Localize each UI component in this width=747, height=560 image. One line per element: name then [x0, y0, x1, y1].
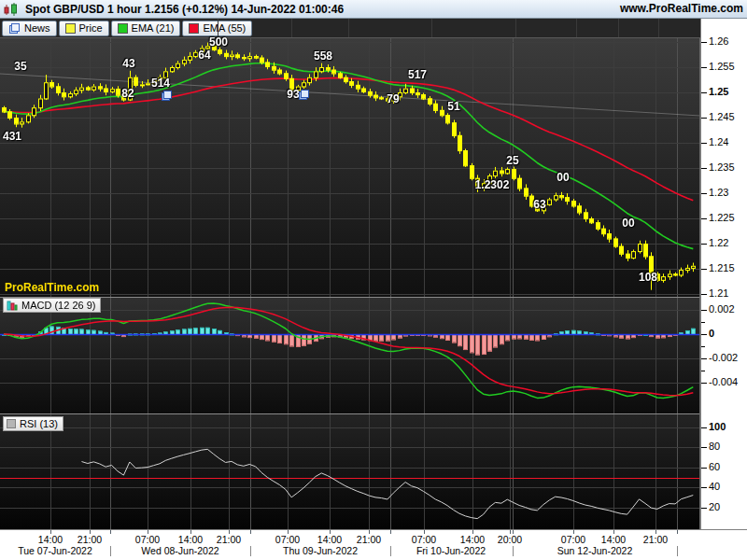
ema21-color-swatch — [118, 23, 128, 34]
legend-grid-separator — [576, 19, 577, 37]
price-annotation: 517 — [408, 68, 427, 81]
price-annotation: 558 — [314, 49, 332, 63]
news-event-icon[interactable] — [298, 88, 310, 105]
chart-title: Spot GBP/USD 1 hour 1.2156 (+0.12%) 14-J… — [25, 3, 344, 16]
legend-grid-separator — [348, 19, 349, 37]
date-separator — [513, 546, 514, 556]
legend-grid-separator — [658, 19, 659, 37]
price-annotation: 514 — [151, 77, 170, 90]
time-tick-label: 14:00 — [601, 534, 626, 545]
macd-minor-tick — [701, 371, 705, 371]
time-tick-label: 14:00 — [317, 534, 342, 545]
price-tick-mark — [701, 92, 707, 93]
price-tick-mark — [701, 269, 707, 270]
legend-grid-separator — [291, 19, 292, 37]
macd-indicator-label[interactable]: MACD (12 26 9) — [3, 298, 101, 313]
time-axis-tick — [390, 530, 391, 534]
time-tick-label: 21:00 — [78, 534, 102, 545]
rsi-tick-mark — [701, 427, 707, 428]
time-tick-label: 21:00 — [643, 534, 668, 545]
price-tick-mark — [701, 67, 707, 68]
price-annotation: 82 — [121, 87, 134, 100]
rsi-tick-label: 100 — [709, 421, 726, 432]
chart-plot-area[interactable] — [0, 37, 700, 529]
macd-tick-mark — [701, 310, 707, 311]
value-axis-gutter: 1.261.2551.251.2451.241.2351.231.2251.22… — [700, 19, 747, 529]
date-separator — [110, 546, 111, 556]
macd-icon — [7, 300, 18, 311]
price-annotation: 1.2302 — [475, 178, 510, 191]
candlestick-logo-icon — [3, 2, 20, 17]
price-annotation: 25 — [506, 154, 518, 167]
news-event-icon[interactable] — [161, 89, 173, 105]
price-tick-label: 1.215 — [709, 262, 735, 273]
price-tick-mark — [701, 294, 707, 295]
price-annotation: 64 — [198, 49, 210, 62]
legend-grid-separator — [218, 19, 218, 37]
macd-minor-tick — [701, 322, 705, 323]
price-tick-mark — [701, 143, 707, 144]
rsi-indicator-label[interactable]: RSI (13) — [3, 416, 63, 431]
price-annotation: 51 — [447, 100, 459, 113]
rsi-tick-mark — [701, 447, 707, 448]
macd-tick-label: -0.004 — [709, 376, 738, 387]
date-separator — [250, 546, 251, 556]
time-tick-label: 07:00 — [275, 534, 300, 545]
provider-link[interactable]: www.ProRealTime.com — [620, 0, 743, 18]
macd-label-text: MACD (12 26 9) — [21, 300, 95, 311]
ema21-button-label: EMA (21) — [132, 22, 175, 34]
news-button-label: News — [24, 22, 50, 34]
legend-bar: News Price EMA (21) EMA (55) — [0, 19, 700, 37]
price-annotation: 500 — [209, 35, 228, 49]
price-tick-mark — [701, 42, 707, 43]
rsi-tick-label: 20 — [709, 501, 720, 512]
title-bar: Spot GBP/USD 1 hour 1.2156 (+0.12%) 14-J… — [0, 0, 747, 19]
price-annotation: 35 — [14, 60, 26, 73]
time-axis-tick — [250, 530, 251, 534]
price-series-button[interactable]: Price — [59, 21, 109, 36]
macd-tick-mark — [701, 358, 707, 359]
price-annotation: 00 — [557, 171, 569, 184]
rsi-tick-mark — [701, 487, 707, 488]
rsi-tick-label: 60 — [709, 461, 720, 472]
legend-grid-separator — [431, 19, 432, 37]
legend-grid-separator — [618, 19, 619, 37]
date-separator — [677, 546, 678, 556]
price-annotation: 63 — [533, 198, 545, 211]
price-tick-label: 1.245 — [709, 111, 735, 122]
ema55-button-label: EMA (55) — [203, 22, 246, 34]
ema21-button[interactable]: EMA (21) — [111, 21, 181, 36]
price-color-swatch — [65, 23, 76, 34]
price-annotation: 108 — [639, 271, 657, 284]
price-tick-label: 1.21 — [709, 287, 728, 299]
watermark: ProRealTime.com — [5, 281, 99, 294]
price-button-label: Price — [79, 22, 103, 34]
time-tick-label: 07:00 — [135, 534, 160, 545]
price-tick-mark — [701, 218, 707, 219]
price-annotation: 43 — [122, 57, 134, 70]
date-label: Fri 10-Jun-2022 — [416, 545, 486, 556]
news-button[interactable]: News — [2, 21, 57, 36]
price-annotation: 431 — [3, 130, 21, 143]
price-tick-label: 1.24 — [709, 136, 728, 147]
date-separator — [390, 546, 391, 556]
price-tick-label: 1.26 — [709, 35, 728, 47]
time-tick-label: 07:00 — [561, 534, 585, 545]
price-tick-mark — [701, 193, 707, 194]
news-pages-icon — [8, 22, 21, 35]
rsi-tick-mark — [701, 468, 707, 469]
time-tick-label: 07:00 — [412, 534, 436, 545]
price-tick-mark — [701, 118, 707, 119]
price-annotation: 00 — [622, 217, 634, 230]
time-axis: 14:0021:0007:0014:0021:0007:0014:0021:00… — [0, 529, 747, 560]
macd-tick-mark — [701, 383, 707, 384]
date-label: Tue 07-Jun-2022 — [18, 545, 92, 556]
price-tick-label: 1.22 — [709, 237, 728, 248]
time-tick-label: 21:00 — [357, 534, 381, 545]
ema55-color-swatch — [189, 23, 199, 34]
price-tick-label: 1.225 — [709, 212, 735, 223]
time-tick-label: 21:00 — [217, 534, 241, 545]
date-label: Thu 09-Jun-2022 — [283, 545, 358, 556]
price-tick-label: 1.255 — [709, 61, 735, 72]
macd-tick-label: 0.002 — [709, 303, 735, 315]
